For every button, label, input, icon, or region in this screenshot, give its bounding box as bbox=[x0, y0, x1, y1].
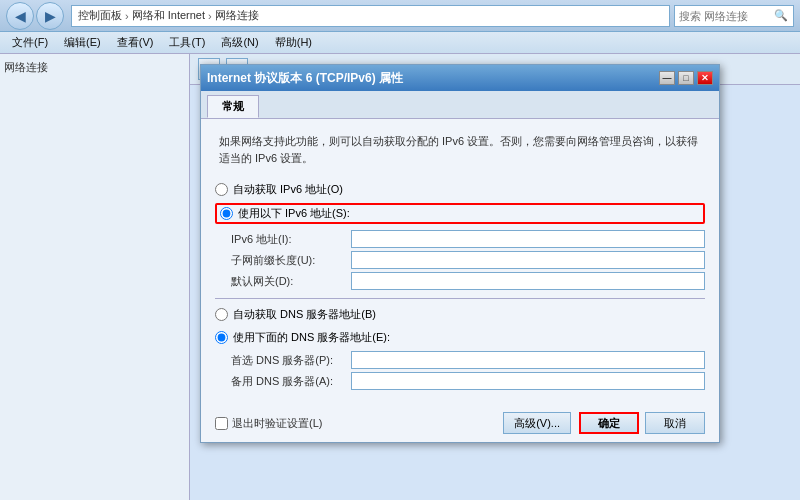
preferred-dns-row: 首选 DNS 服务器(P): bbox=[231, 351, 705, 369]
left-panel-title: 网络连接 bbox=[4, 58, 185, 79]
search-icon: 🔍 bbox=[774, 9, 788, 22]
search-input[interactable] bbox=[679, 10, 774, 22]
auto-dns-radio-row: 自动获取 DNS 服务器地址(B) bbox=[215, 305, 705, 324]
dialog-body: 如果网络支持此功能，则可以自动获取分配的 IPv6 设置。否则，您需要向网络管理… bbox=[201, 119, 719, 406]
dialog-title: Internet 协议版本 6 (TCP/IPv6) 属性 bbox=[207, 70, 403, 87]
auto-dns-label: 自动获取 DNS 服务器地址(B) bbox=[233, 307, 376, 322]
auto-dns-radio[interactable] bbox=[215, 308, 228, 321]
dialog-description: 如果网络支持此功能，则可以自动获取分配的 IPv6 设置。否则，您需要向网络管理… bbox=[215, 129, 705, 170]
dns-fields-section: 首选 DNS 服务器(P): 备用 DNS 服务器(A): bbox=[231, 351, 705, 390]
dialog-maximize-button[interactable]: □ bbox=[678, 71, 694, 85]
menu-help[interactable]: 帮助(H) bbox=[267, 33, 320, 52]
manual-dns-label: 使用下面的 DNS 服务器地址(E): bbox=[233, 330, 390, 345]
manual-ip-radio-row[interactable]: 使用以下 IPv6 地址(S): bbox=[215, 203, 705, 224]
dialog-close-button[interactable]: ✕ bbox=[697, 71, 713, 85]
ip-fields-section: IPv6 地址(I): 子网前缀长度(U): 默认网关(D): bbox=[231, 230, 705, 290]
forward-button[interactable]: ▶ bbox=[36, 2, 64, 30]
manual-ip-radio[interactable] bbox=[220, 207, 233, 220]
menu-view[interactable]: 查看(V) bbox=[109, 33, 162, 52]
menu-edit[interactable]: 编辑(E) bbox=[56, 33, 109, 52]
auto-ip-label: 自动获取 IPv6 地址(O) bbox=[233, 182, 343, 197]
right-bottom: 高级(V)... 确定 取消 bbox=[503, 412, 705, 434]
ip-radio-group: 自动获取 IPv6 地址(O) 使用以下 IPv6 地址(S): bbox=[215, 180, 705, 224]
gateway-row: 默认网关(D): bbox=[231, 272, 705, 290]
main-area: 网络连接 ⚙ ? Internet 协议版本 6 (TCP/IPv6) 属性 —… bbox=[0, 54, 800, 500]
menu-tools[interactable]: 工具(T) bbox=[161, 33, 213, 52]
ipv6-address-label: IPv6 地址(I): bbox=[231, 232, 351, 247]
preferred-dns-input[interactable] bbox=[351, 351, 705, 369]
auto-ip-radio[interactable] bbox=[215, 183, 228, 196]
left-panel: 网络连接 bbox=[0, 54, 190, 500]
manual-dns-radio-row: 使用下面的 DNS 服务器地址(E): bbox=[215, 328, 705, 347]
gateway-input[interactable] bbox=[351, 272, 705, 290]
alternate-dns-label: 备用 DNS 服务器(A): bbox=[231, 374, 351, 389]
menu-file[interactable]: 文件(F) bbox=[4, 33, 56, 52]
right-panel: ⚙ ? Internet 协议版本 6 (TCP/IPv6) 属性 — □ ✕ … bbox=[190, 54, 800, 500]
tab-general[interactable]: 常规 bbox=[207, 95, 259, 118]
separator bbox=[215, 298, 705, 299]
dialog-buttons: 确定 取消 bbox=[579, 412, 705, 434]
os-toolbar: ◀ ▶ 控制面板 › 网络和 Internet › 网络连接 🔍 bbox=[0, 0, 800, 32]
dialog-titlebar-buttons: — □ ✕ bbox=[659, 71, 713, 85]
ok-button[interactable]: 确定 bbox=[579, 412, 639, 434]
menu-advanced[interactable]: 高级(N) bbox=[213, 33, 266, 52]
advanced-button[interactable]: 高级(V)... bbox=[503, 412, 571, 434]
subnet-row: 子网前缀长度(U): bbox=[231, 251, 705, 269]
manual-ip-label: 使用以下 IPv6 地址(S): bbox=[238, 206, 350, 221]
breadcrumb-item-2[interactable]: 网络和 Internet bbox=[132, 8, 205, 23]
breadcrumb-item-1[interactable]: 控制面板 bbox=[78, 8, 122, 23]
breadcrumb-sep-1: › bbox=[125, 10, 129, 22]
dialog: Internet 协议版本 6 (TCP/IPv6) 属性 — □ ✕ 常规 如… bbox=[200, 64, 720, 443]
breadcrumb-sep-2: › bbox=[208, 10, 212, 22]
validate-checkbox[interactable] bbox=[215, 417, 228, 430]
dialog-minimize-button[interactable]: — bbox=[659, 71, 675, 85]
auto-ip-radio-row: 自动获取 IPv6 地址(O) bbox=[215, 180, 705, 199]
subnet-label: 子网前缀长度(U): bbox=[231, 253, 351, 268]
cancel-button[interactable]: 取消 bbox=[645, 412, 705, 434]
gateway-label: 默认网关(D): bbox=[231, 274, 351, 289]
back-button[interactable]: ◀ bbox=[6, 2, 34, 30]
dialog-titlebar: Internet 协议版本 6 (TCP/IPv6) 属性 — □ ✕ bbox=[201, 65, 719, 91]
preferred-dns-label: 首选 DNS 服务器(P): bbox=[231, 353, 351, 368]
ipv6-address-row: IPv6 地址(I): bbox=[231, 230, 705, 248]
breadcrumb-bar: 控制面板 › 网络和 Internet › 网络连接 bbox=[71, 5, 670, 27]
dns-section: 自动获取 DNS 服务器地址(B) 使用下面的 DNS 服务器地址(E): 首选… bbox=[215, 305, 705, 390]
dialog-bottom: 退出时验证设置(L) 高级(V)... 确定 取消 bbox=[201, 406, 719, 442]
subnet-input[interactable] bbox=[351, 251, 705, 269]
alternate-dns-input[interactable] bbox=[351, 372, 705, 390]
breadcrumb-item-3[interactable]: 网络连接 bbox=[215, 8, 259, 23]
ipv6-address-input[interactable] bbox=[351, 230, 705, 248]
validate-label: 退出时验证设置(L) bbox=[232, 416, 322, 431]
manual-dns-radio[interactable] bbox=[215, 331, 228, 344]
menu-bar: 文件(F) 编辑(E) 查看(V) 工具(T) 高级(N) 帮助(H) bbox=[0, 32, 800, 54]
search-box[interactable]: 🔍 bbox=[674, 5, 794, 27]
dialog-tabs: 常规 bbox=[201, 91, 719, 119]
alternate-dns-row: 备用 DNS 服务器(A): bbox=[231, 372, 705, 390]
validate-checkbox-row: 退出时验证设置(L) bbox=[215, 416, 322, 431]
